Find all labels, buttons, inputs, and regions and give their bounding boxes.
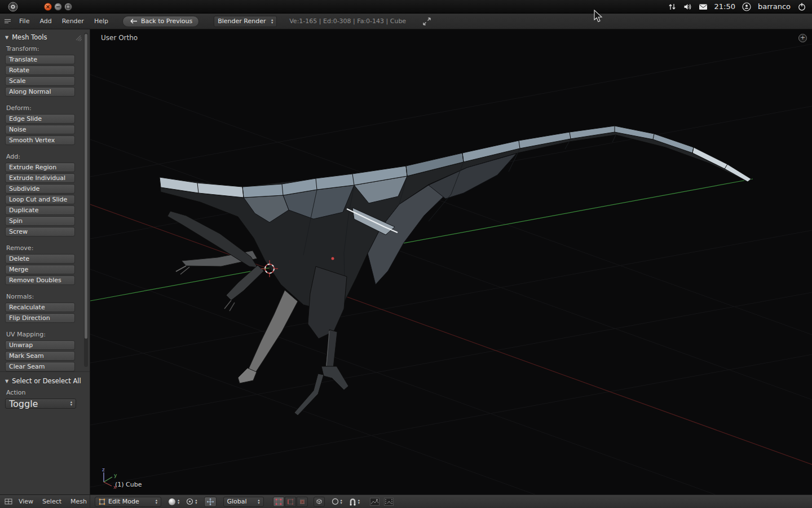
render-animation-button[interactable] — [384, 498, 394, 506]
render-image-button[interactable] — [370, 498, 379, 506]
dino-near-shin[interactable] — [325, 330, 337, 368]
tool-button-scale[interactable]: Scale — [5, 76, 75, 86]
dinosaur-model[interactable] — [160, 126, 751, 415]
selected-vertex[interactable] — [332, 257, 334, 260]
collapse-triangle-icon: ▼ — [5, 35, 8, 40]
dino-claw — [230, 303, 235, 311]
shading-dropdown-arrows[interactable]: ▴▾ — [178, 499, 179, 505]
pivot-dropdown-arrows[interactable]: ▴▾ — [195, 499, 197, 505]
close-button[interactable] — [44, 3, 52, 11]
dropdown-arrows-icon: ▴▾ — [70, 401, 72, 406]
user-icon[interactable] — [742, 2, 751, 11]
mesh-tools-title: Mesh Tools — [12, 33, 47, 41]
dino-toe[interactable] — [294, 374, 324, 415]
proportional-dropdown-arrows[interactable]: ▴▾ — [341, 499, 342, 505]
menu-select[interactable]: Select — [38, 498, 66, 505]
scrollbar-thumb[interactable] — [85, 34, 87, 339]
power-icon[interactable] — [797, 2, 806, 11]
minimize-button[interactable] — [54, 3, 62, 11]
tool-button-smooth-vertex[interactable]: Smooth Vertex — [5, 135, 75, 145]
dino-far-leg[interactable] — [249, 290, 298, 373]
back-button-label: Back to Previous — [141, 17, 192, 25]
arrow-down-glyph: ▾ — [341, 502, 342, 505]
mouse-cursor — [594, 10, 603, 23]
tool-button-loop-cut[interactable]: Loop Cut and Slide — [5, 195, 75, 204]
dino-near-thigh[interactable] — [308, 266, 347, 339]
snap-button[interactable] — [349, 498, 356, 506]
menu-help[interactable]: Help — [89, 17, 113, 25]
back-to-previous-button[interactable]: Back to Previous — [122, 16, 199, 27]
properties-region-toggle[interactable]: + — [798, 34, 807, 42]
axis-y-label: y — [114, 472, 117, 478]
viewport-canvas[interactable]: z y x — [90, 29, 812, 494]
panel-grip-icon[interactable] — [73, 33, 82, 41]
snap-dropdown-arrows[interactable]: ▴▾ — [358, 499, 360, 505]
dino-tail-tip — [692, 147, 751, 182]
tool-button-merge[interactable]: Merge — [5, 265, 75, 274]
tool-button-subdivide[interactable]: Subdivide — [5, 184, 75, 194]
menu-file[interactable]: File — [14, 17, 34, 25]
tool-shelf: ▼ Mesh Tools Transform: Translate Rotate… — [0, 29, 90, 494]
viewport-shading-button[interactable] — [168, 498, 176, 506]
limit-selection-button[interactable] — [314, 497, 325, 507]
orientation-dropdown[interactable]: Global ▴▾ — [223, 497, 264, 507]
dropdown-arrows-icon: ▴▾ — [258, 499, 259, 505]
tool-button-recalculate[interactable]: Recalculate — [5, 303, 75, 312]
tool-shelf-scrollbar[interactable] — [84, 33, 88, 367]
menu-add[interactable]: Add — [34, 17, 56, 25]
back-arrow-icon — [129, 18, 138, 24]
username-label[interactable]: barranco — [758, 2, 791, 11]
pivot-point-button[interactable] — [186, 498, 193, 505]
editor-type-button[interactable] — [5, 498, 13, 505]
tool-button-spin[interactable]: Spin — [5, 216, 75, 226]
view-orientation-label: User Ortho — [101, 34, 138, 42]
arrow-down-glyph: ▾ — [271, 21, 273, 24]
clock[interactable]: 21:50 — [714, 2, 735, 11]
viewport-header: View Select Mesh Edit Mode ▴▾ ▴▾ ▴▾ Glob… — [0, 494, 812, 508]
fullscreen-toggle-icon[interactable] — [423, 17, 431, 25]
manipulator-button[interactable] — [204, 497, 217, 507]
dropdown-arrows-icon: ▴▾ — [271, 19, 273, 24]
tool-button-along-normal[interactable]: Along Normal — [5, 87, 75, 97]
section-label-normals: Normals: — [6, 293, 90, 300]
render-engine-dropdown[interactable]: Blender Render ▴▾ — [214, 16, 277, 27]
mode-dropdown[interactable]: Edit Mode ▴▾ — [95, 497, 161, 507]
tool-button-duplicate[interactable]: Duplicate — [5, 205, 75, 215]
blender-app-icon[interactable] — [8, 2, 18, 12]
menu-render[interactable]: Render — [57, 17, 89, 25]
tool-button-translate[interactable]: Translate — [5, 55, 75, 64]
tool-button-mark-seam[interactable]: Mark Seam — [5, 351, 75, 361]
tool-button-rotate[interactable]: Rotate — [5, 65, 75, 75]
maximize-button[interactable] — [64, 3, 72, 11]
tool-button-unwrap[interactable]: Unwrap — [5, 340, 75, 350]
tool-button-delete[interactable]: Delete — [5, 254, 75, 264]
window-buttons — [44, 3, 72, 11]
mesh-tools-header[interactable]: ▼ Mesh Tools — [5, 32, 90, 43]
face-select-button[interactable] — [297, 497, 308, 507]
tool-button-extrude-individual[interactable]: Extrude Individual — [5, 173, 75, 183]
section-label-add: Add: — [6, 153, 90, 160]
action-toggle-dropdown[interactable]: Toggle ▴▾ — [5, 398, 76, 409]
vertex-select-button[interactable] — [273, 497, 284, 507]
tool-button-flip-direction[interactable]: Flip Direction — [5, 313, 75, 323]
tool-button-remove-doubles[interactable]: Remove Doubles — [5, 275, 75, 285]
viewport-3d[interactable]: z y x User Ortho (1) Cube + — [90, 29, 812, 494]
mail-icon[interactable] — [699, 2, 708, 11]
info-editor-type-button[interactable] — [3, 17, 12, 25]
arrow-down-glyph: ▾ — [156, 502, 157, 505]
dino-near-arm[interactable] — [226, 265, 264, 300]
select-deselect-header[interactable]: ▼ Select or Deselect All — [5, 375, 90, 387]
orientation-label: Global — [227, 498, 255, 505]
menu-mesh[interactable]: Mesh — [66, 498, 91, 505]
tool-button-clear-seam[interactable]: Clear Seam — [5, 362, 75, 371]
volume-icon[interactable] — [683, 2, 692, 11]
tool-button-extrude-region[interactable]: Extrude Region — [5, 163, 75, 172]
menu-view[interactable]: View — [14, 498, 38, 505]
tool-button-screw[interactable]: Screw — [5, 227, 75, 237]
edit-mode-icon — [99, 498, 105, 505]
network-icon[interactable] — [668, 2, 677, 11]
tool-button-noise[interactable]: Noise — [5, 125, 75, 134]
proportional-edit-button[interactable] — [332, 498, 339, 505]
tool-button-edge-slide[interactable]: Edge Slide — [5, 114, 75, 124]
edge-select-button[interactable] — [285, 497, 296, 507]
